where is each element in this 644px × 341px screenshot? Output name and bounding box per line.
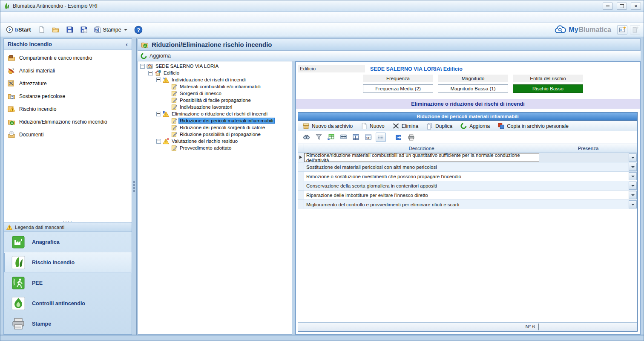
find-icon[interactable] — [302, 133, 311, 141]
minimize-button[interactable] — [603, 3, 613, 10]
tree-item-label: Indivisuazione lavoratori — [179, 104, 233, 110]
presenza-cell[interactable] — [539, 162, 637, 171]
close-button[interactable]: × — [631, 3, 641, 10]
table-row[interactable]: Conservazione della scorta giornaliera i… — [298, 181, 637, 191]
menu-item[interactable] — [4, 16, 12, 18]
stampe-dropdown[interactable]: Stampe — [92, 25, 129, 35]
menu-item[interactable] — [29, 16, 37, 18]
tree-item[interactable]: Riduzione possibilità di propagazione — [139, 131, 292, 138]
grid-toolbar-button[interactable]: Nuovo — [360, 122, 385, 130]
grid-toolbar-button[interactable]: Copia in archivio personale — [497, 122, 569, 130]
presenza-cell[interactable] — [539, 172, 637, 181]
row-lines-icon[interactable] — [376, 133, 386, 142]
table-row[interactable]: Miglioramento del controllo e provvedime… — [298, 200, 637, 209]
grid-toolbar-button[interactable]: Elimina — [392, 122, 418, 130]
tree-item[interactable]: Sorgenti di innesco — [139, 90, 292, 97]
sidebar-item[interactable]: Documenti — [4, 128, 132, 141]
splitter-dots — [133, 181, 135, 192]
presenza-cell[interactable] — [539, 191, 637, 199]
menu-item[interactable] — [38, 16, 46, 18]
tree-expander[interactable] — [148, 71, 153, 75]
presenza-cell[interactable] — [539, 181, 637, 190]
tree-expander[interactable] — [140, 64, 145, 69]
grid-toolbar-label: Copia in archivio personale — [507, 123, 569, 129]
sidebar-item[interactable]: Rischio incendio — [4, 103, 132, 116]
grid-toolbar-button[interactable]: Duplica — [426, 122, 452, 130]
increment-search-icon[interactable] — [363, 133, 373, 141]
grid-toolbar-icon — [497, 122, 505, 130]
grid-block: Riduzione dei pericoli materiali infiamm… — [298, 112, 638, 332]
sidebar-item[interactable]: Analisi materiali — [4, 64, 132, 77]
presenza-cell[interactable] — [539, 153, 637, 162]
sidebar-item[interactable]: Attrezzature — [4, 77, 132, 90]
table-row[interactable]: Rimozione o sostituzione rivestimenti ch… — [298, 172, 637, 181]
tree-item-label: Eliminazione o riduzione dei rischi di i… — [171, 111, 268, 116]
tree-item[interactable]: Indivisuazione lavoratori — [139, 104, 292, 110]
splitter-handle[interactable]: .... — [63, 218, 73, 222]
presenza-dropdown-button[interactable] — [629, 153, 637, 162]
menu-bar — [0, 12, 644, 23]
nav-item[interactable]: PEE — [4, 273, 132, 293]
table-row[interactable]: Rimozione/riduzione materiali combustibi… — [298, 153, 637, 162]
tree-item[interactable]: Riduzione dei pericoli sorgenti di calor… — [139, 124, 292, 131]
save-all-button[interactable] — [78, 25, 89, 35]
save-button[interactable] — [64, 25, 75, 35]
tree-item[interactable]: Eliminazione o riduzione dei rischi di i… — [139, 110, 292, 117]
tree-item[interactable]: Possibilità di facile propagazione — [139, 97, 292, 104]
tree-item[interactable]: Valutazione del rischio residuo — [139, 138, 292, 144]
tree-item[interactable]: Riduzione dei pericoli materiali infiamm… — [139, 117, 292, 124]
maximize-button[interactable] — [617, 3, 627, 10]
nav-item[interactable]: Rischio incendio — [4, 252, 132, 273]
presenza-dropdown-button[interactable] — [629, 191, 637, 199]
filter-icon[interactable] — [314, 133, 323, 141]
new-button[interactable] — [36, 25, 47, 35]
tree-item[interactable]: Provvedimento adottato — [139, 144, 292, 151]
sidebar-item[interactable]: Riduzioni/Eliminazione rischio incendio — [4, 116, 132, 128]
group-columns-icon[interactable] — [326, 133, 336, 141]
tree-item-label: Sorgenti di innesco — [179, 91, 222, 96]
print-icon[interactable] — [406, 133, 416, 142]
tree-item-label: Riduzione dei pericoli materiali infiamm… — [179, 118, 274, 123]
riduzioni-folder-icon — [141, 41, 149, 49]
descrizione-column-header[interactable]: Descrizione — [304, 144, 539, 153]
row-marker — [298, 153, 304, 162]
presenza-dropdown-button[interactable] — [629, 172, 637, 180]
tree-expander[interactable] — [156, 139, 161, 144]
myblumatica-logo[interactable]: My Blumatica — [555, 25, 611, 34]
presenza-dropdown-button[interactable] — [629, 182, 637, 190]
presenza-cell[interactable] — [539, 200, 637, 209]
tree-expander[interactable] — [156, 112, 161, 116]
nav-item-icon — [11, 317, 26, 331]
new-contact-button[interactable] — [617, 25, 627, 35]
bstart-button[interactable]: bStart — [4, 25, 33, 35]
sidebar-item[interactable]: Compartimenti e carico incendio — [4, 52, 132, 64]
presenza-dropdown-button[interactable] — [629, 163, 637, 171]
help-button[interactable] — [132, 24, 145, 35]
nav-item[interactable]: Anagrafica — [4, 232, 132, 252]
open-button[interactable] — [50, 25, 61, 35]
tree-item[interactable]: SEDE SALERNO VIA LORIA — [139, 63, 292, 69]
grid-toolbar-button[interactable]: Aggiorna — [460, 122, 490, 130]
export-icon[interactable] — [394, 133, 403, 142]
nav-item-icon — [11, 255, 26, 270]
grid-toolbar-button[interactable]: Nuovo da archivio — [302, 122, 353, 130]
menu-item[interactable] — [12, 16, 20, 18]
table-row[interactable]: Sostituzione dei materiali pericolosi co… — [298, 162, 637, 172]
nav-item[interactable]: Controlli antincendio — [4, 293, 132, 314]
aggiorna-button[interactable]: Aggiorna — [150, 53, 171, 59]
layout-icon[interactable] — [351, 133, 360, 141]
sidebar-splitter[interactable] — [132, 38, 137, 335]
collapse-chevron-icon[interactable]: ‹ — [126, 41, 128, 48]
tree-item[interactable]: Materiali combustibili e/o infiammabili — [139, 83, 292, 90]
table-row[interactable]: Riparazione delle imbottiture per evitar… — [298, 191, 637, 200]
tree-item[interactable]: Individuazione dei rischi di incendi — [139, 76, 292, 83]
presenza-dropdown-button[interactable] — [629, 200, 637, 208]
tree-item[interactable]: Edificio — [139, 69, 292, 76]
cloud-icon — [555, 25, 566, 34]
tree-expander[interactable] — [156, 78, 161, 82]
presenza-column-header[interactable]: Presenza — [539, 144, 637, 153]
best-fit-icon[interactable] — [339, 133, 348, 141]
nav-item[interactable]: Stampe — [4, 314, 132, 334]
menu-item[interactable] — [21, 16, 29, 18]
sidebar-item[interactable]: Sostanze pericolose — [4, 90, 132, 103]
